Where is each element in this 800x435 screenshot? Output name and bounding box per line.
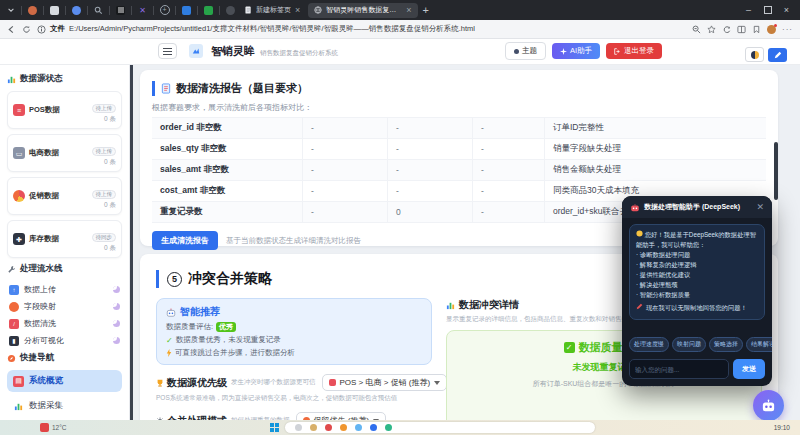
add-extension-icon[interactable]: + [158,4,171,17]
taskbar-weather-widget[interactable]: 12°C [40,423,67,432]
new-tab-button[interactable]: + [423,4,429,16]
metric-cell: sales_qty 非空数 [152,143,302,155]
metric-cell: sales_amt 非空数 [152,164,302,176]
globe-favicon-icon [314,6,322,14]
pipeline-step-upload[interactable]: ↑ 数据上传 [7,281,122,298]
menu-extension-icon[interactable] [114,4,127,17]
moon-pending-icon [113,320,120,327]
os-taskbar: 12°C 19:10 [0,420,800,435]
browser-tab-active[interactable]: 智销灵眸销售数据复盘促销分析系 × [308,3,417,18]
upload-icon: ↑ [9,285,19,295]
edit-tool-button[interactable] [768,48,787,62]
moon-pending-icon [113,303,120,310]
tab-close-icon[interactable]: × [406,6,411,15]
browser-menu-icon[interactable]: ··· [782,25,793,34]
after-cell: - [387,118,472,138]
source-card-pos[interactable]: ≡ POS数据 待上传 0 条 [7,91,122,129]
favorites-bar-icon[interactable] [752,25,761,34]
chat-close-icon[interactable]: ✕ [756,202,764,212]
generate-report-button[interactable]: 生成清洗报告 [152,231,218,250]
change-cell: - [472,181,544,201]
app-icon[interactable] [325,424,332,431]
priority-select[interactable]: POS > 电商 > 促销 (推荐) [322,374,448,391]
divider [109,6,110,15]
after-cell: 0 [387,202,472,222]
taskbar-search-pill[interactable] [285,422,595,433]
sidebar-scrollbar[interactable] [130,64,133,435]
app-icon[interactable] [310,424,317,431]
app-icon[interactable] [340,424,347,431]
send-button[interactable]: 发送 [733,359,765,379]
ai-assistant-label: AI助手 [570,46,592,56]
reading-list-icon[interactable] [48,4,61,17]
report-title-row: 数据清洗报告（题目要求） [152,81,766,96]
app-icon[interactable] [370,424,377,431]
moon-pending-icon [113,286,120,293]
extension-icon[interactable]: ✕ [136,4,149,17]
pipeline-label: 分析可视化 [24,335,64,346]
divider [175,6,176,15]
chat-header[interactable]: 数据处理智能助手 (DeepSeek) ✕ [622,196,772,218]
sidebar-item-collect[interactable]: 数据采集 [7,395,122,417]
chip-results[interactable]: 结果解读 [746,337,772,352]
report-subtitle: 根据赛题要求，展示清洗前后各项指标对比： [152,102,766,113]
refresh-icon[interactable] [22,25,31,34]
url-bar[interactable]: 文件 E:/Users/Admin/PycharmProjects/untitl… [37,24,686,34]
sidebar-toggle-button[interactable] [158,43,177,59]
report-title: 数据清洗报告（题目要求） [176,81,308,96]
app-icon[interactable] [295,424,302,431]
chip-strategy[interactable]: 策略选择 [709,337,743,352]
back-icon[interactable] [7,25,16,34]
tab-close-icon[interactable]: × [295,6,300,15]
status-badge: 待上传 [92,104,117,113]
extension-icon[interactable] [202,4,215,17]
maximize-button[interactable] [758,1,777,19]
split-screen-icon[interactable] [737,25,746,34]
minimize-button[interactable]: – [739,1,758,19]
chip-mapping[interactable]: 映射问题 [672,337,706,352]
collections-icon[interactable] [722,25,731,34]
source-card-inventory[interactable]: ✚ 库存数据 待同步 0 条 [7,220,122,258]
extension-icon[interactable] [180,4,193,17]
source-card-ecom[interactable]: ▭ 电商数据 待上传 0 条 [7,134,122,172]
section-title: 处理流水线 [20,263,63,275]
sidebar-item-overview[interactable]: ▤ 系统概览 [7,370,122,392]
close-window-button[interactable]: × [777,1,796,19]
record-count: 0 条 [92,115,117,124]
extension-icon[interactable] [70,4,83,17]
quality-label: 数据质量评估: [166,322,213,332]
chip-speed[interactable]: 处理速度慢 [629,337,669,352]
taskbar-clock[interactable]: 19:10 [774,424,790,431]
app-icon[interactable] [355,424,362,431]
file-info-icon [37,25,46,34]
pipeline-step-mapping[interactable]: 字段映射 [7,298,122,315]
weather-text: 12°C [52,424,67,431]
search-extension-icon[interactable] [92,4,105,17]
datasource-section-header: 数据源状态 [7,73,122,85]
theme-toggle-button[interactable] [745,47,764,62]
browser-tab-newtab[interactable]: 新建标签页 × [239,3,306,18]
extension-icon[interactable] [224,4,237,17]
app-icon[interactable] [385,424,392,431]
logout-button[interactable]: 退出登录 [606,43,662,59]
tab-search-chevron-icon[interactable] [4,4,17,17]
source-card-promo[interactable]: 促销数据 待上传 0 条 [7,177,122,215]
favorite-star-icon[interactable] [707,25,716,34]
pipeline-step-cleaning[interactable]: / 数据清洗 [7,315,122,332]
chat-input[interactable] [629,359,729,379]
theme-select[interactable]: 主题 [505,42,546,60]
zoom-out-icon[interactable] [692,25,701,34]
assistant-fab-button[interactable] [753,390,784,421]
capability-item: 解决处理瓶颈 [636,280,758,290]
ai-assistant-button[interactable]: AI助手 [552,43,600,59]
profile-avatar[interactable] [767,25,776,34]
app-title: 智销灵眸 [211,44,255,59]
source-name: 电商数据 [29,148,59,158]
windows-start-icon[interactable] [270,423,279,432]
pipeline-step-visualization[interactable]: ▮ 分析可视化 [7,332,122,349]
logout-label: 退出登录 [624,46,654,56]
page-scrollbar-thumb[interactable] [774,142,778,200]
extension-icon[interactable] [26,4,39,17]
wrench-icon [7,265,16,274]
quality-ok-text: 数据质量优秀，未发现重复记录 [176,335,281,345]
